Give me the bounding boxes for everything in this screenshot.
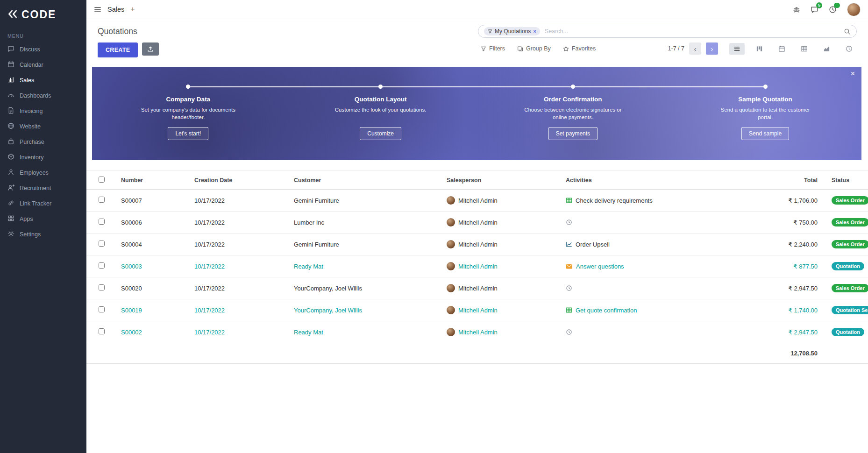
search-input[interactable] [544,28,840,35]
row-checkbox[interactable] [99,262,105,269]
upload-icon [147,46,154,52]
table-row[interactable]: S00004 10/17/2022 Gemini Furniture Mitch… [86,234,868,255]
table-row[interactable]: S00020 10/17/2022 YourCompany, Joel Will… [86,277,868,299]
invoicing-icon [7,107,14,115]
group-by-button[interactable]: Group By [517,42,551,55]
activity-cell[interactable]: Order Upsell [562,234,761,255]
sidebar-item-recruitment[interactable]: Recruitment [0,180,86,196]
app-logo[interactable]: CODE [0,0,86,28]
column-header-customer[interactable]: Customer [290,171,443,190]
set-payments-button[interactable]: Set payments [548,127,598,140]
funnel-icon [488,29,492,34]
sidebar-item-label: Sales [20,77,34,84]
column-header-salesperson[interactable]: Salesperson [443,171,562,190]
sidebar-item-link-tracker[interactable]: Link Tracker [0,196,86,211]
sidebar-item-calendar[interactable]: Calendar [0,57,86,72]
pager-next-button[interactable]: › [706,42,718,55]
activity-cell[interactable]: Check delivery requirements [562,190,761,212]
sidebar-item-sales[interactable]: Sales [0,72,86,88]
customer-name: Ready Mat [290,321,443,343]
activity-cell[interactable] [562,277,761,299]
send-sample-button[interactable]: Send sample [741,127,789,140]
sidebar-item-inventory[interactable]: Inventory [0,149,86,165]
list-view-button[interactable] [729,43,745,55]
column-header-creation-date[interactable]: Creation Date [191,171,290,190]
step-description: Set your company's data for documents he… [138,106,238,122]
activity-cell[interactable]: Get quote confirmation [562,299,761,321]
total-amount: ₹ 877.50 [761,255,821,277]
activity-cell[interactable] [562,212,761,234]
table-row[interactable]: S00019 10/17/2022 YourCompany, Joel Will… [86,299,868,321]
favorites-button[interactable]: Favorites [563,42,596,55]
hamburger-menu-icon[interactable] [94,6,101,13]
activities-clock-icon[interactable] [829,6,837,14]
line-chart-icon [566,241,572,248]
search-filter-chip[interactable]: My Quotations × [484,27,540,35]
row-checkbox[interactable] [99,284,105,290]
logo-text: CODE [21,8,56,21]
column-header-status[interactable]: Status [821,171,868,190]
sidebar-item-invoicing[interactable]: Invoicing [0,103,86,119]
list-view-icon [733,45,740,52]
clock-icon [566,285,572,291]
graph-view-button[interactable] [819,43,834,55]
pager-prev-button[interactable]: ‹ [689,42,701,55]
messages-icon[interactable]: 5 [811,6,818,14]
sales-icon [7,76,14,85]
total-amount: ₹ 1,740.00 [761,299,821,321]
current-app-name[interactable]: Sales [107,6,124,13]
calendar-view-button[interactable] [774,43,790,55]
customer-name: YourCompany, Joel Willis [290,299,443,321]
lets-start-button[interactable]: Let's start! [168,127,208,140]
select-all-checkbox[interactable] [99,177,105,183]
calendar-view-icon [778,45,785,52]
sidebar-item-settings[interactable]: Settings [0,226,86,242]
sidebar-item-label: Employees [20,170,49,176]
row-checkbox[interactable] [99,306,105,312]
sidebar-item-website[interactable]: Website [0,119,86,134]
customize-button[interactable]: Customize [360,127,401,140]
salesperson-avatar [447,262,455,270]
salesperson-cell: Mitchell Admin [443,255,562,277]
sidebar-item-purchase[interactable]: Purchase [0,134,86,149]
activity-cell[interactable] [562,321,761,343]
salesperson-avatar [447,284,455,292]
row-checkbox[interactable] [99,219,105,225]
table-row[interactable]: S00003 10/17/2022 Ready Mat Mitchell Adm… [86,255,868,277]
create-button[interactable]: CREATE [98,42,138,57]
row-checkbox[interactable] [99,328,105,334]
activity-cell[interactable]: Answer questions [562,255,761,277]
pager: 1-7 / 7 ‹ › [668,42,718,55]
pivot-view-button[interactable] [797,43,812,55]
user-avatar[interactable] [847,3,861,16]
table-row[interactable]: S00007 10/17/2022 Gemini Furniture Mitch… [86,190,868,212]
row-checkbox[interactable] [99,241,105,247]
sidebar-item-employees[interactable]: Employees [0,165,86,180]
sidebar-item-discuss[interactable]: Discuss [0,42,86,57]
kanban-view-button[interactable] [752,43,767,55]
creation-date: 10/17/2022 [191,234,290,255]
column-header-number[interactable]: Number [117,171,191,190]
step-title: Sample Quotation [669,96,861,103]
creation-date: 10/17/2022 [191,299,290,321]
debug-bug-icon[interactable] [793,6,800,13]
table-row[interactable]: S00006 10/17/2022 Lumber Inc Mitchell Ad… [86,212,868,234]
column-header-total[interactable]: Total [761,171,821,190]
search-icon[interactable] [844,28,851,35]
funnel-icon [481,46,486,51]
customer-name: YourCompany, Joel Willis [290,277,443,299]
search-bar[interactable]: My Quotations × [478,25,857,38]
menu-section-label: MENU [0,28,86,42]
sidebar-item-apps[interactable]: Apps [0,211,86,226]
page-title: Quotations [98,27,137,36]
sidebar-item-dashboards[interactable]: Dashboards [0,88,86,103]
export-button[interactable] [142,42,159,56]
table-row[interactable]: S00002 10/17/2022 Ready Mat Mitchell Adm… [86,321,868,343]
row-checkbox[interactable] [99,197,105,203]
new-tab-button[interactable]: + [130,5,135,14]
column-header-activities[interactable]: Activities [562,171,761,190]
filters-button[interactable]: Filters [481,42,505,55]
customer-name: Lumber Inc [290,212,443,234]
remove-filter-icon[interactable]: × [533,28,536,34]
activity-view-button[interactable] [841,43,857,55]
